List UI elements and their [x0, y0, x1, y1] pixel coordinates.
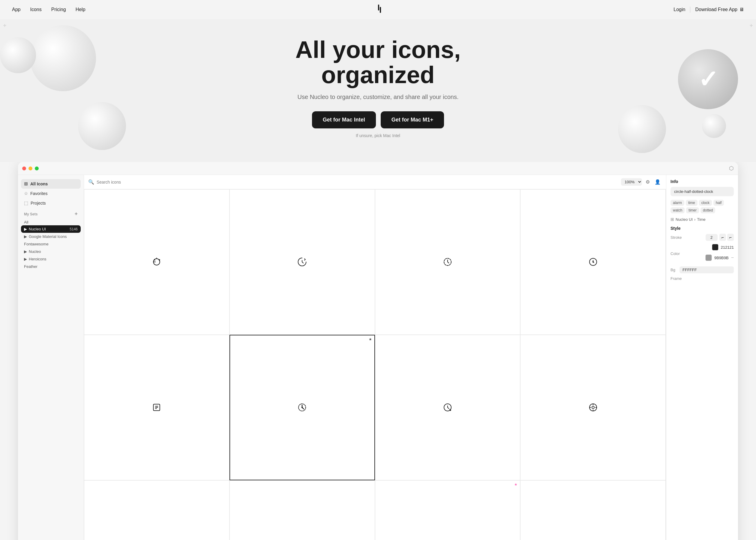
traffic-light-yellow[interactable]: [29, 167, 32, 170]
icon-cell-1[interactable]: [84, 189, 229, 335]
sidebar-item-favorites[interactable]: ☆ Favorites: [21, 189, 81, 198]
nav-right: Login Download Free App 🖥: [674, 7, 744, 13]
icon-name-display: circle-half-dotted-clock: [671, 187, 734, 196]
sidebar-set-nucleo-ui[interactable]: ▶ Nucleo UI 5146: [21, 225, 81, 233]
hero-hint: If unsure, pick Mac Intel: [356, 133, 400, 138]
tag-time[interactable]: time: [686, 200, 697, 206]
sidebar-set-fontawesome[interactable]: Fontawesome: [21, 240, 81, 248]
traffic-light-green[interactable]: [35, 167, 39, 170]
breadcrumb-sub[interactable]: Time: [697, 217, 705, 222]
hero-section: + + All your icons, organized Use Nucleo…: [0, 19, 756, 162]
favorite-star-11[interactable]: ★: [514, 482, 518, 486]
remove-color-button[interactable]: −: [731, 255, 734, 260]
info-tags: alarm time clock half watch timer dotted: [671, 200, 734, 213]
sidebar-item-all-icons[interactable]: ⊞ All Icons: [21, 179, 81, 189]
zoom-select[interactable]: 100% 75% 125%: [621, 178, 642, 186]
sidebar: ⊞ All Icons ☆ Favorites ⬚ Projects My Se…: [18, 175, 84, 540]
icon-cell-10[interactable]: [229, 480, 375, 540]
color-swatch-2[interactable]: [705, 254, 712, 261]
nav-item-help[interactable]: Help: [75, 7, 85, 12]
monitor-icon: 🖥: [739, 7, 744, 12]
traffic-light-red[interactable]: [22, 167, 26, 170]
info-breadcrumb: ⊞ Nucleo UI › Time: [671, 217, 734, 222]
get-mac-m1-button[interactable]: Get for Mac M1+: [381, 111, 444, 128]
corner-plus-tr: +: [749, 22, 753, 29]
tag-alarm[interactable]: alarm: [671, 200, 684, 206]
add-set-button[interactable]: +: [74, 211, 78, 217]
color-swatch-1[interactable]: [712, 244, 718, 250]
login-link[interactable]: Login: [674, 7, 685, 12]
corner-plus-tl: +: [3, 22, 7, 29]
my-sets-row: My Sets +: [21, 208, 81, 219]
app-window: ⬡ ⊞ All Icons ☆ Favorites ⬚ Projects My: [18, 162, 738, 540]
svg-point-12: [450, 410, 451, 411]
icon-cell-3[interactable]: [375, 189, 521, 335]
icon-cell-4[interactable]: [520, 189, 666, 335]
color-2-row: 9B9B9B −: [705, 254, 734, 261]
hero-headline: All your icons, organized: [243, 37, 513, 87]
bg-row: Bg FFFFFF: [671, 266, 734, 273]
export-icon[interactable]: ⬡: [729, 165, 734, 172]
tag-clock[interactable]: clock: [699, 200, 712, 206]
stroke-square-button[interactable]: ⌐: [727, 234, 734, 241]
icon-cell-12[interactable]: [520, 480, 666, 540]
nav-left: App Icons Pricing Help: [12, 7, 85, 12]
tag-timer[interactable]: timer: [686, 207, 699, 213]
sidebar-set-google-material[interactable]: ▶ Google Material Icons: [21, 233, 81, 240]
folder-icon: ⬚: [24, 201, 28, 206]
nav-item-app[interactable]: App: [12, 7, 20, 12]
sidebar-set-heroicons[interactable]: ▶ Heroicons: [21, 255, 81, 263]
user-button[interactable]: 👤: [653, 178, 662, 186]
icon-cell-9[interactable]: [84, 480, 229, 540]
star-icon: ☆: [24, 191, 28, 196]
stroke-value[interactable]: 2: [705, 234, 717, 241]
stroke-row: Stroke 2 ⌐ ⌐: [671, 234, 734, 241]
icon-cell-5[interactable]: [84, 335, 229, 480]
sidebar-set-feather[interactable]: Feather: [21, 263, 81, 270]
tag-watch[interactable]: watch: [671, 207, 685, 213]
frame-label: Frame: [671, 276, 682, 281]
nav-divider: [690, 7, 690, 13]
nav-item-pricing[interactable]: Pricing: [51, 7, 66, 12]
svg-point-10: [302, 407, 303, 408]
settings-button[interactable]: ⚙: [644, 178, 651, 186]
icon-cell-11[interactable]: ★: [375, 480, 521, 540]
sidebar-item-projects[interactable]: ⬚ Projects: [21, 198, 81, 208]
breadcrumb-chevron: ›: [694, 217, 695, 222]
bg-value[interactable]: FFFFFF: [680, 266, 734, 273]
grid-icon: ⊞: [24, 181, 28, 187]
color-1-row: 212121: [712, 244, 734, 250]
chevron-right-icon-5: ▶: [24, 257, 27, 261]
blob-check: [678, 49, 738, 109]
color-label: Color: [671, 251, 680, 256]
breadcrumb-set[interactable]: Nucleo UI: [676, 217, 693, 222]
window-titlebar: ⬡: [18, 162, 738, 175]
chevron-right-icon-4: ▶: [24, 249, 27, 254]
icon-cell-selected[interactable]: ★: [229, 335, 375, 480]
hero-buttons: Get for Mac Intel Get for Mac M1+: [312, 111, 444, 128]
icon-cell-7[interactable]: [375, 335, 521, 480]
color-row: Color 212121 9B9B9B −: [671, 244, 734, 263]
nav-logo: [375, 4, 384, 16]
svg-point-14: [592, 406, 594, 409]
tag-dotted[interactable]: dotted: [700, 207, 715, 213]
download-link[interactable]: Download Free App 🖥: [695, 7, 744, 12]
favorite-star[interactable]: ★: [369, 337, 372, 341]
sidebar-all-label[interactable]: All: [21, 219, 81, 225]
get-mac-intel-button[interactable]: Get for Mac Intel: [312, 111, 376, 128]
stroke-label: Stroke: [671, 235, 682, 240]
nav-item-icons[interactable]: Icons: [30, 7, 42, 12]
icon-cell-8[interactable]: [520, 335, 666, 480]
tag-half[interactable]: half: [713, 200, 724, 206]
stroke-round-button[interactable]: ⌐: [719, 234, 726, 241]
blob-2: [0, 37, 36, 73]
svg-point-7: [592, 262, 593, 262]
set-grid-icon: ⊞: [671, 217, 674, 222]
search-input[interactable]: [97, 180, 619, 185]
sidebar-set-nucleo[interactable]: ▶ Nucleo: [21, 248, 81, 255]
blob-6: [702, 114, 726, 138]
svg-point-4: [159, 259, 160, 260]
window-body: ⊞ All Icons ☆ Favorites ⬚ Projects My Se…: [18, 175, 738, 540]
icon-cell-2[interactable]: [229, 189, 375, 335]
stroke-icons: ⌐ ⌐: [719, 234, 734, 241]
